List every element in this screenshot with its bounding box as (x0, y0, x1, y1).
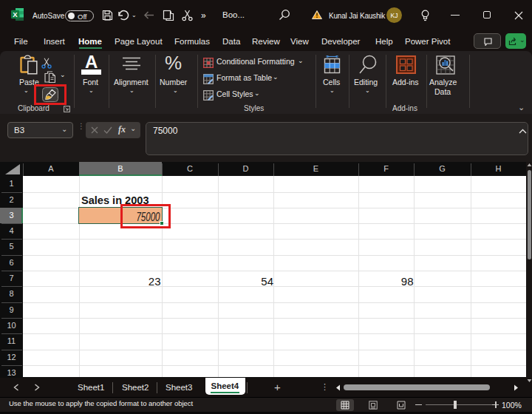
svg-text:X: X (13, 10, 18, 18)
